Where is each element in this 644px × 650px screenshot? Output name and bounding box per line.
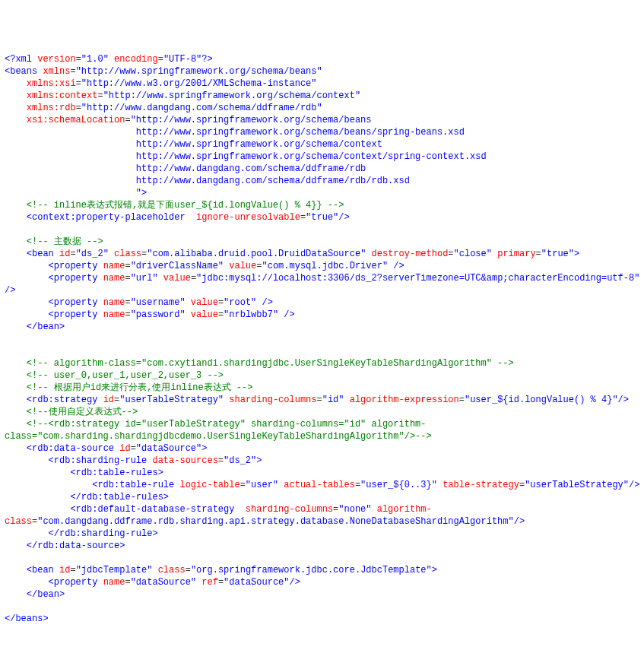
eq: = bbox=[218, 309, 224, 320]
id-attr: id bbox=[103, 395, 114, 405]
ts-attr: table-strategy bbox=[437, 480, 519, 490]
xsi-attr: xmlns:xsi bbox=[27, 78, 76, 89]
ae-attr: algorithm-expression bbox=[344, 395, 459, 405]
eq: = bbox=[448, 249, 453, 259]
loc2: http://www.springframework.org/schema/be… bbox=[136, 127, 465, 138]
end-tag: /> bbox=[278, 309, 295, 320]
id-attr: id bbox=[119, 443, 130, 454]
self-close: /> bbox=[290, 577, 300, 588]
close-val: "close" bbox=[454, 249, 492, 259]
end-tag: /> bbox=[256, 297, 273, 308]
driver-val: "com.mysql.jdbc.Driver" bbox=[262, 261, 388, 271]
id-attr: id bbox=[59, 565, 70, 575]
value-attr: value bbox=[158, 273, 191, 284]
eq: = bbox=[76, 103, 81, 113]
value-attr: value bbox=[224, 261, 256, 271]
comment-master: <!-- 主数据 --> bbox=[27, 236, 103, 247]
comment-strat2b: class="com.sharding.shardingjdbcdemo.Use… bbox=[5, 431, 432, 442]
version-val: "1.0" bbox=[81, 54, 109, 65]
lt-attr: logic-table bbox=[179, 480, 240, 490]
pwd-val: "nrblwbb7" bbox=[224, 309, 278, 320]
comment-custom: <!--使用自定义表达式--> bbox=[27, 407, 138, 417]
xml-declaration: <?xml bbox=[5, 54, 37, 65]
none-class-val: "com.dangdang.ddframe.rdb.sharding.api.s… bbox=[37, 516, 514, 527]
ds-name-val: "dataSource" bbox=[131, 577, 196, 588]
eq: = bbox=[70, 66, 75, 77]
value-attr: value bbox=[186, 297, 218, 308]
name-attr: name bbox=[103, 261, 125, 271]
at-val: "user_${0..3}" bbox=[360, 480, 437, 490]
strat-id-val: "userTableStrategy" bbox=[119, 395, 224, 405]
eq: = bbox=[459, 395, 465, 405]
eq: = bbox=[131, 443, 136, 454]
true-val: "true" bbox=[306, 212, 338, 223]
name-attr: name bbox=[103, 309, 125, 320]
loc3: http://www.springframework.org/schema/co… bbox=[136, 139, 382, 150]
tag-close: > bbox=[432, 565, 437, 575]
eq: = bbox=[70, 565, 75, 575]
xmlns-attr: xmlns bbox=[43, 66, 70, 77]
version-attr: version bbox=[37, 54, 75, 65]
property-tag: <property bbox=[49, 273, 103, 284]
eq: = bbox=[70, 249, 75, 259]
eq: = bbox=[317, 395, 322, 405]
eq: = bbox=[158, 54, 163, 65]
ac-attr: algorithm- bbox=[372, 504, 432, 515]
sc-attr: sharding-columns bbox=[224, 395, 316, 405]
bean-close: </bean> bbox=[27, 322, 65, 332]
url-val: "jdbc:mysql://localhost:3306/ds_2?server… bbox=[196, 273, 639, 284]
context-attr: xmlns:context bbox=[27, 90, 98, 101]
comment-inline: <!-- inline表达式报错,就是下面user_${id.longValue… bbox=[27, 200, 344, 211]
eq: = bbox=[76, 78, 81, 89]
schema-loc-attr: xsi:schemaLocation bbox=[27, 115, 125, 125]
sharding-rule-tag: <rdb:sharding-rule bbox=[49, 455, 153, 466]
eq: = bbox=[186, 565, 191, 575]
jt-class-val: "org.springframework.jdbc.core.JdbcTempl… bbox=[191, 565, 432, 575]
destroy-attr: destroy-method bbox=[366, 249, 448, 259]
eq: = bbox=[76, 54, 81, 65]
default-db-strategy-tag: <rdb:default-database-strategy bbox=[70, 504, 240, 515]
data-source-tag: <rdb:data-source bbox=[27, 443, 119, 454]
encoding-val: "UTF-8" bbox=[163, 54, 201, 65]
loc5: http://www.dangdang.com/schema/ddframe/r… bbox=[136, 163, 366, 174]
user-name-val: "username" bbox=[131, 297, 186, 308]
ae-val: "user_${id.longValue() % 4}" bbox=[465, 395, 618, 405]
eq: = bbox=[125, 273, 130, 284]
property-tag: <property bbox=[49, 577, 103, 588]
loc6: http://www.dangdang.com/schema/ddframe/r… bbox=[136, 176, 410, 186]
ds-id-val: "dataSource" bbox=[224, 577, 289, 588]
property-tag: <property bbox=[49, 309, 103, 320]
dsrc-attr: data-sources bbox=[152, 455, 217, 466]
eq: = bbox=[191, 273, 196, 284]
comment-strat2a: <!--<rdb:strategy id="userTableStrategy"… bbox=[27, 419, 427, 430]
ignore-attr: ignore-unresolvable bbox=[196, 212, 300, 223]
beans-close: </beans> bbox=[5, 614, 49, 624]
eq: = bbox=[300, 212, 306, 223]
data-source-close: </rdb:data-source> bbox=[27, 541, 125, 551]
beans-tag: <beans bbox=[5, 66, 43, 77]
end-tag: /> bbox=[388, 261, 404, 271]
eq: = bbox=[125, 297, 130, 308]
eq: = bbox=[125, 309, 130, 320]
none-val: "none" bbox=[338, 504, 371, 515]
class-attr2: class bbox=[5, 516, 32, 527]
value-attr: value bbox=[186, 309, 218, 320]
sc-attr: sharding-columns bbox=[240, 504, 333, 515]
id-col-val: "id" bbox=[322, 395, 344, 405]
eq: = bbox=[240, 480, 246, 490]
tag-close: > bbox=[201, 443, 207, 454]
self-close: /> bbox=[338, 212, 349, 223]
rdb-val: "http://www.dangdang.com/schema/ddframe/… bbox=[81, 103, 322, 113]
eq: = bbox=[125, 577, 130, 588]
table-rule-tag: <rdb:table-rule bbox=[92, 480, 179, 490]
ds2-val: "ds_2" bbox=[76, 249, 109, 259]
true-val: "true" bbox=[541, 249, 574, 259]
eq: = bbox=[218, 455, 224, 466]
eq: = bbox=[536, 249, 541, 259]
tail-close: /> bbox=[5, 285, 15, 296]
eq: = bbox=[218, 577, 224, 588]
context-val: "http://www.springframework.org/schema/c… bbox=[103, 90, 360, 101]
strat-id-val: "userTableStrategy" bbox=[525, 480, 629, 490]
name-attr: name bbox=[103, 273, 125, 284]
name-attr: name bbox=[103, 297, 125, 308]
